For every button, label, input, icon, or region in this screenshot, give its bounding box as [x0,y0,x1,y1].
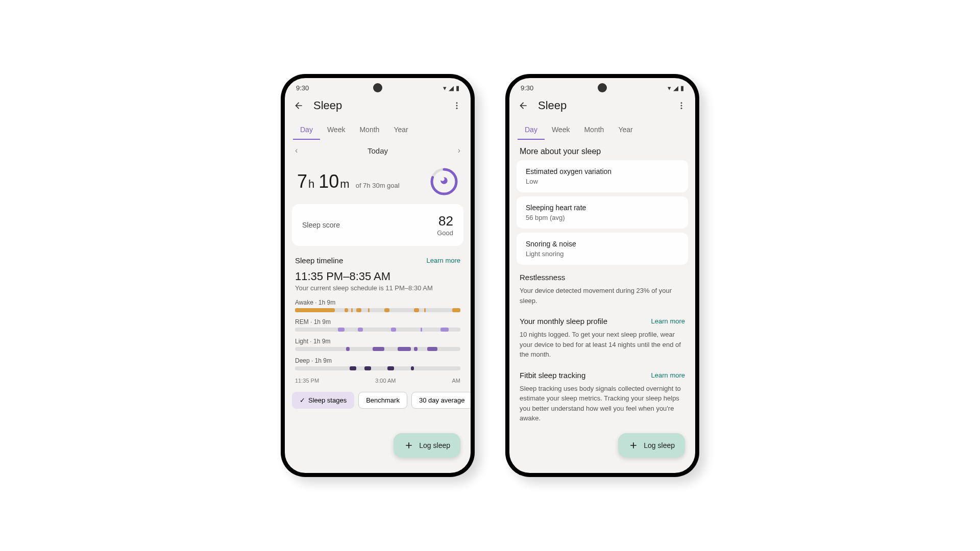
screen-right: 9:30 ▾ ◢ ▮ Sleep Day Week Month Year Mor… [509,78,695,473]
more-vert-icon [677,101,686,110]
tab-month[interactable]: Month [577,120,611,140]
moon-icon [439,176,449,187]
score-card[interactable]: Sleep score 82 Good [292,204,463,246]
light-label: Light · 1h 9m [295,338,460,345]
mins-unit: m [340,178,349,191]
fitbit-header: Fitbit sleep tracking Learn more [509,367,695,381]
heart-value: 56 bpm (avg) [526,214,679,221]
page-title: Sleep [313,99,442,112]
more-vert-icon [452,101,461,110]
time-axis: 11:35 PM 3:00 AM AM [285,374,471,387]
date-label: Today [368,146,388,155]
timeline-header: Sleep timeline Learn more [285,251,471,268]
timeline-title: Sleep timeline [295,256,343,265]
duration-text: 7 h 10 m of 7h 30m goal [297,171,400,192]
view-chips: ✓Sleep stages Benchmark 30 day average [285,387,471,414]
signal-icon: ◢ [449,84,454,92]
plus-icon [628,440,639,450]
stage-awake: Awake · 1h 9m [285,297,471,316]
more-heading: More about your sleep [509,140,695,160]
overflow-menu[interactable] [676,100,687,111]
axis-start: 11:35 PM [295,378,319,384]
fitbit-title: Fitbit sleep tracking [520,371,585,380]
monthly-header: Your monthly sleep profile Learn more [509,313,695,327]
battery-icon: ▮ [456,84,459,92]
fab-label: Log sleep [419,441,450,449]
deep-label: Deep · 1h 9m [295,357,460,364]
goal-text: of 7h 30m goal [356,182,400,189]
svg-point-7 [681,108,682,109]
restlessness-title: Restlessness [509,269,695,283]
rem-label: REM · 1h 9m [295,318,460,325]
svg-point-2 [456,108,458,109]
overflow-menu[interactable] [451,100,462,111]
tab-month[interactable]: Month [352,120,386,140]
camera-cutout [373,83,382,92]
svg-point-5 [681,102,682,104]
heart-card[interactable]: Sleeping heart rate 56 bpm (avg) [517,196,688,229]
date-next[interactable]: › [458,146,460,155]
period-tabs: Day Week Month Year [509,117,695,140]
tab-week[interactable]: Week [320,120,353,140]
chip-benchmark[interactable]: Benchmark [358,392,407,409]
date-prev[interactable]: ‹ [295,146,298,155]
score-value: 82 [437,213,453,229]
oxygen-title: Estimated oxygen variation [526,167,679,176]
fab-label: Log sleep [644,441,675,449]
svg-point-0 [456,102,458,104]
signal-icon: ◢ [673,84,678,92]
monthly-title: Your monthly sleep profile [520,317,607,325]
log-sleep-fab[interactable]: Log sleep [394,433,460,458]
chip-avg[interactable]: 30 day average [411,392,471,409]
score-word: Good [437,229,453,237]
arrow-left-icon [518,101,528,111]
monthly-learn-more[interactable]: Learn more [651,317,685,325]
svg-point-6 [681,105,682,107]
stage-light: Light · 1h 9m [285,336,471,355]
tab-year[interactable]: Year [611,120,640,140]
oxygen-card[interactable]: Estimated oxygen variation Low [517,160,688,192]
stage-deep: Deep · 1h 9m [285,355,471,374]
page-title: Sleep [538,99,667,112]
check-icon: ✓ [300,396,305,404]
hours-unit: h [308,178,314,191]
period-tabs: Day Week Month Year [285,117,471,140]
status-icons: ▾ ◢ ▮ [668,84,684,92]
status-time: 9:30 [521,84,533,92]
battery-icon: ▮ [680,84,684,92]
mins-value: 10 [318,171,339,192]
back-button[interactable] [293,100,304,111]
screen-left: 9:30 ▾ ◢ ▮ Sleep Day Week Month Year ‹ T… [285,78,471,473]
snoring-value: Light snoring [526,250,679,258]
tab-day[interactable]: Day [293,120,320,140]
plus-icon [404,440,414,450]
timeline-learn-more[interactable]: Learn more [427,257,460,264]
monthly-body: 10 nights logged. To get your next sleep… [509,327,695,367]
app-header: Sleep [509,94,695,117]
wifi-icon: ▾ [443,84,447,92]
duration-summary: 7 h 10 m of 7h 30m goal [285,161,471,204]
back-button[interactable] [518,100,529,111]
schedule-text: Your current sleep schedule is 11 PM–8:3… [285,283,471,297]
tab-year[interactable]: Year [386,120,415,140]
oxygen-value: Low [526,178,679,185]
wifi-icon: ▾ [668,84,671,92]
snoring-title: Snoring & noise [526,240,679,248]
arrow-left-icon [293,101,304,111]
tab-week[interactable]: Week [545,120,577,140]
log-sleep-fab[interactable]: Log sleep [618,433,685,458]
phone-left: 9:30 ▾ ◢ ▮ Sleep Day Week Month Year ‹ T… [281,74,475,477]
restlessness-body: Your device detected movement during 23%… [509,283,695,313]
awake-label: Awake · 1h 9m [295,299,460,306]
tab-day[interactable]: Day [518,120,545,140]
camera-cutout [598,83,607,92]
snoring-card[interactable]: Snoring & noise Light snoring [517,233,688,265]
chip-stages[interactable]: ✓Sleep stages [292,392,354,409]
fitbit-learn-more[interactable]: Learn more [651,371,685,379]
hours-value: 7 [297,171,307,192]
svg-point-1 [456,105,458,107]
timeline-range: 11:35 PM–8:35 AM [285,268,471,283]
score-label: Sleep score [302,221,340,229]
phone-right: 9:30 ▾ ◢ ▮ Sleep Day Week Month Year Mor… [505,74,699,477]
heart-title: Sleeping heart rate [526,204,679,212]
